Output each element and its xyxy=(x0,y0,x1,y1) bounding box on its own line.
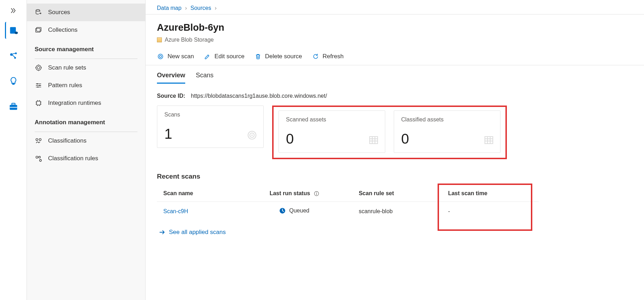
rail-item-insights[interactable] xyxy=(5,47,22,64)
scanned-assets-card[interactable]: Scanned assets 0 xyxy=(279,110,385,153)
svg-point-23 xyxy=(158,54,163,59)
svg-rect-11 xyxy=(37,28,41,31)
svg-rect-28 xyxy=(370,137,378,144)
rail-item-toolbox[interactable] xyxy=(5,98,22,115)
card-value: 1 xyxy=(164,126,256,142)
svg-rect-5 xyxy=(12,84,14,85)
recent-scans-heading: Recent scans xyxy=(157,159,633,185)
card-value: 0 xyxy=(401,131,493,147)
source-id-value: https://blobdatascans1rg1ause.blob.core.… xyxy=(191,93,327,99)
highlighted-assets-box: Scanned assets 0 Classified assets 0 xyxy=(272,106,507,159)
svg-point-15 xyxy=(39,85,40,86)
svg-point-31 xyxy=(316,192,317,193)
delete-source-button[interactable]: Delete source xyxy=(254,53,302,60)
grid-icon xyxy=(368,135,379,145)
card-title: Scans xyxy=(164,112,256,118)
sidebar-section-source-mgmt: Source management xyxy=(27,39,145,56)
sidebar-item-classifications[interactable]: Classifications xyxy=(27,132,145,150)
svg-point-12 xyxy=(36,65,41,71)
sidebar-item-pattern-rules[interactable]: Pattern rules xyxy=(27,77,145,94)
target-icon xyxy=(35,64,42,72)
svg-rect-7 xyxy=(12,103,15,105)
page-title: AzureBlob-6yn xyxy=(157,22,633,33)
target-plus-icon xyxy=(157,53,164,60)
nav-rail xyxy=(0,0,27,300)
tags-gear-icon xyxy=(35,155,42,162)
grid-icon xyxy=(483,135,494,145)
source-id-label: Source ID: xyxy=(157,93,185,99)
sidebar-label: Classification rules xyxy=(48,155,98,162)
svg-point-13 xyxy=(37,66,40,69)
sidebar-label: Classifications xyxy=(48,137,87,144)
svg-point-18 xyxy=(36,138,38,140)
svg-point-21 xyxy=(39,156,40,158)
rail-item-bulb[interactable] xyxy=(5,73,22,90)
edit-source-button[interactable]: Edit source xyxy=(204,53,245,60)
page-header: AzureBlob-6yn Azure Blob Storage xyxy=(157,14,633,48)
cmd-label: New scan xyxy=(168,53,194,60)
target-icon xyxy=(246,130,258,140)
expand-rail-button[interactable] xyxy=(0,4,27,18)
sidebar-label: Scan rule sets xyxy=(48,64,86,71)
sidebar-item-classification-rules[interactable]: Classification rules xyxy=(27,150,145,167)
chevron-right-icon: › xyxy=(185,5,187,11)
refresh-icon xyxy=(312,53,319,60)
recent-scans-table: Scan name Last run status Scan rule set … xyxy=(157,185,539,221)
database-arrow-icon xyxy=(35,8,42,16)
svg-point-9 xyxy=(36,10,40,11)
table-row: Scan-c9H Queued scanrule-blob - xyxy=(157,202,539,221)
source-type-label: Azure Blob Storage xyxy=(165,37,214,43)
breadcrumb-link-data-map[interactable]: Data map xyxy=(157,5,181,11)
tab-scans[interactable]: Scans xyxy=(196,72,213,84)
classified-assets-card[interactable]: Classified assets 0 xyxy=(394,110,500,153)
card-title: Classified assets xyxy=(401,116,493,123)
svg-rect-32 xyxy=(316,193,317,195)
tab-overview[interactable]: Overview xyxy=(157,72,185,84)
cmd-label: Refresh xyxy=(323,53,344,60)
svg-point-16 xyxy=(37,86,39,88)
stat-cards-row: Scans 1 Scanned assets 0 Classified asse… xyxy=(157,106,633,159)
svg-point-24 xyxy=(159,55,162,58)
source-id-row: Source ID: https://blobdatascans1rg1ause… xyxy=(157,84,633,106)
breadcrumb-link-sources[interactable]: Sources xyxy=(191,5,211,11)
bulb-icon xyxy=(8,76,18,86)
refresh-button[interactable]: Refresh xyxy=(312,53,344,60)
pencil-icon xyxy=(204,53,211,60)
col-last-scan-time: Last scan time xyxy=(442,185,539,202)
cmd-label: Edit source xyxy=(215,53,245,60)
svg-point-19 xyxy=(39,138,41,140)
sidebar-item-integration-runtimes[interactable]: Integration runtimes xyxy=(27,94,145,112)
svg-point-14 xyxy=(37,83,38,84)
status-text: Queued xyxy=(289,208,309,214)
sliders-icon xyxy=(35,82,42,89)
sidebar-item-sources[interactable]: Sources xyxy=(27,4,145,21)
see-all-scans-link[interactable]: See all applied scans xyxy=(157,221,633,244)
svg-point-3 xyxy=(15,52,17,54)
clock-icon xyxy=(279,208,286,214)
card-value: 0 xyxy=(286,131,378,147)
col-last-run-status: Last run status xyxy=(236,185,352,202)
chip-icon xyxy=(35,99,42,107)
toolbox-icon xyxy=(8,102,18,112)
col-scan-rule-set: Scan rule set xyxy=(352,185,442,202)
rule-set-value: scanrule-blob xyxy=(359,208,393,214)
table-header-row: Scan name Last run status Scan rule set … xyxy=(157,185,539,202)
svg-point-22 xyxy=(40,160,42,162)
svg-rect-17 xyxy=(37,101,41,105)
sidebar-item-collections[interactable]: Collections xyxy=(27,21,145,39)
trash-icon xyxy=(254,53,262,60)
collections-icon xyxy=(35,26,42,34)
scans-card[interactable]: Scans 1 xyxy=(157,106,264,148)
info-icon[interactable] xyxy=(314,191,319,196)
sidebar-item-scan-rule-sets[interactable]: Scan rule sets xyxy=(27,59,145,77)
tabs: Overview Scans xyxy=(157,65,633,84)
scan-name-link[interactable]: Scan-c9H xyxy=(163,208,188,214)
card-title: Scanned assets xyxy=(286,116,378,123)
new-scan-button[interactable]: New scan xyxy=(157,53,194,60)
sidebar: Sources Collections Source management Sc… xyxy=(27,0,146,300)
insights-icon xyxy=(8,51,18,61)
cmd-label: Delete source xyxy=(265,53,302,60)
rail-item-data-map[interactable] xyxy=(5,22,22,39)
sidebar-label: Collections xyxy=(48,26,77,34)
sidebar-label: Pattern rules xyxy=(48,82,82,89)
